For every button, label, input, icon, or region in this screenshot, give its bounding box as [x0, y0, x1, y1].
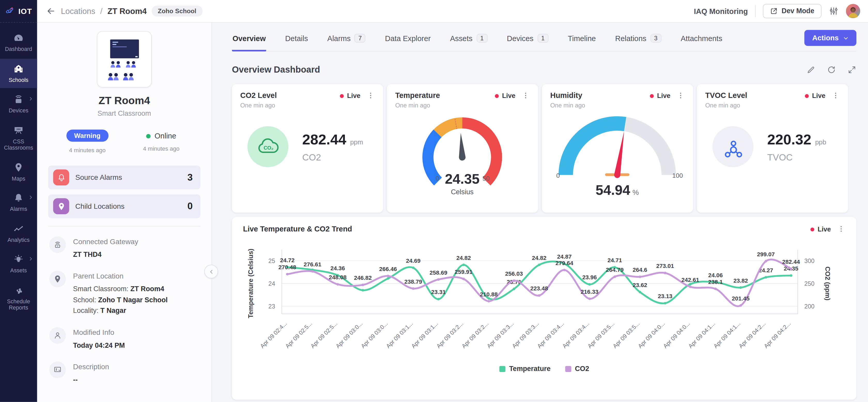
svg-text:23.96: 23.96 — [582, 274, 597, 281]
kebab-menu-icon[interactable] — [832, 91, 840, 100]
svg-text:23.13: 23.13 — [658, 293, 672, 300]
sidebar-item-label: Assets — [10, 268, 27, 274]
brand-logo[interactable]: IOT — [0, 0, 37, 23]
chart-title: Live Temperature & CO2 Trend — [243, 225, 352, 233]
legend-swatch — [565, 366, 571, 372]
legend-item-temperature[interactable]: Temperature — [499, 365, 551, 373]
trend-chart-card: Live Temperature & CO2 Trend Live 252423… — [232, 217, 857, 400]
panel-collapse-button[interactable] — [204, 265, 218, 279]
svg-text:Apr 09 03:5...: Apr 09 03:5... — [612, 320, 641, 349]
stat-label: Child Locations — [75, 202, 124, 210]
svg-text:Apr 09 02:4...: Apr 09 02:4... — [259, 320, 288, 349]
card-title: TVOC Level — [705, 91, 747, 100]
map-pin-icon — [53, 198, 69, 214]
live-dot — [805, 94, 809, 98]
status-badge: Warning — [66, 129, 108, 142]
tabs-bar: OverviewDetailsAlarms7Data ExplorerAsset… — [232, 30, 857, 52]
svg-text:264.6: 264.6 — [633, 267, 647, 273]
fullscreen-dashboard-icon[interactable] — [847, 65, 857, 74]
sidebar-item-maps[interactable]: Maps — [0, 157, 37, 187]
kebab-menu-icon[interactable] — [522, 91, 530, 100]
live-dot — [810, 227, 814, 231]
svg-text:0: 0 — [436, 175, 439, 182]
svg-text:Apr 09 03:0...: Apr 09 03:0... — [335, 320, 364, 349]
edit-dashboard-icon[interactable] — [807, 65, 815, 74]
live-label: Live — [347, 92, 361, 100]
svg-text:258.69: 258.69 — [430, 270, 447, 276]
actions-button[interactable]: Actions — [804, 30, 857, 46]
sidebar-item-schedule-reports[interactable]: Schedule Reports — [0, 280, 37, 316]
sidebar-item-analytics[interactable]: Analytics — [0, 218, 37, 248]
tab-timeline[interactable]: Timeline — [567, 31, 596, 52]
svg-text:Apr 09 04:2...: Apr 09 04:2... — [763, 320, 792, 349]
tab-overview[interactable]: Overview — [232, 31, 266, 52]
svg-text:238.79: 238.79 — [404, 279, 422, 285]
sidebar-item-dashboard[interactable]: Dashboard — [0, 28, 37, 57]
tab-data-explorer[interactable]: Data Explorer — [384, 31, 431, 52]
tab-devices[interactable]: Devices1 — [506, 30, 549, 52]
tab-relations[interactable]: Relations3 — [615, 30, 662, 52]
overview-dashboard-title: Overview Dashboard — [232, 65, 320, 75]
stat-label: Source Alarms — [75, 173, 122, 182]
co2-label: CO2 — [302, 152, 363, 162]
classroom-icon — [13, 125, 24, 135]
card-updated: One min ago — [550, 102, 585, 109]
fan-icon — [13, 285, 24, 296]
info-modified-info: Modified InfoToday 04:24 PM — [49, 327, 199, 351]
svg-text:24.87: 24.87 — [557, 253, 571, 260]
tab-label: Alarms — [327, 34, 350, 42]
card-title: Humidity — [550, 91, 585, 100]
refresh-dashboard-icon[interactable] — [827, 65, 836, 74]
tab-attachments[interactable]: Attachments — [680, 31, 723, 52]
sidebar-item-devices[interactable]: Devices — [0, 89, 37, 119]
online-dot — [146, 134, 151, 138]
sidebar-item-label: CSS Classrooms — [3, 138, 35, 151]
sidebar-item-css-classrooms[interactable]: CSS Classrooms — [0, 120, 37, 156]
settings-sliders-icon[interactable] — [829, 6, 839, 16]
svg-text:Apr 09 03:4...: Apr 09 03:4... — [561, 320, 590, 349]
tab-alarms[interactable]: Alarms7 — [327, 30, 366, 52]
svg-text:Apr 09 04:1...: Apr 09 04:1... — [712, 320, 741, 349]
back-arrow-icon[interactable] — [46, 6, 56, 16]
live-dot — [650, 94, 654, 98]
chevron-right-icon — [28, 195, 33, 200]
legend-swatch — [499, 366, 505, 372]
card-updated: One min ago — [240, 102, 277, 109]
svg-text:CO2 (ppm): CO2 (ppm) — [824, 266, 831, 300]
breadcrumb-locations[interactable]: Locations — [61, 7, 95, 16]
external-link-icon — [770, 7, 778, 15]
stat-row-source-alarms[interactable]: Source Alarms3 — [48, 165, 200, 189]
sidebar-item-assets[interactable]: Assets — [0, 249, 37, 279]
live-dot — [495, 94, 499, 98]
svg-text:24.36: 24.36 — [331, 265, 345, 272]
tvoc-label: TVOC — [767, 152, 826, 162]
kebab-menu-icon[interactable] — [837, 225, 845, 233]
tab-label: Overview — [232, 34, 266, 43]
school-icon — [13, 63, 24, 74]
stat-row-child-locations[interactable]: Child Locations0 — [48, 194, 200, 218]
sidebar-item-alarms[interactable]: Alarms — [0, 188, 37, 217]
sidebar-item-schools[interactable]: Schools — [0, 58, 37, 88]
card-title: CO2 Level — [240, 91, 277, 100]
tvoc-unit: ppb — [815, 138, 826, 146]
svg-text:256.03: 256.03 — [505, 271, 523, 277]
live-label: Live — [657, 92, 671, 100]
tab-details[interactable]: Details — [285, 31, 309, 52]
location-info-list: Connected GatewayZT THD4Parent LocationS… — [37, 234, 212, 385]
person-icon — [49, 327, 66, 343]
kebab-menu-icon[interactable] — [367, 91, 375, 100]
co2-cloud-icon: CO₂ — [247, 126, 288, 167]
user-avatar[interactable] — [846, 4, 860, 18]
tab-assets[interactable]: Assets1 — [450, 30, 488, 52]
iot-logo-icon — [5, 6, 16, 17]
gateway-icon — [49, 237, 66, 253]
dev-mode-button[interactable]: Dev Mode — [763, 4, 822, 18]
svg-text:Apr 09 04:0...: Apr 09 04:0... — [662, 320, 691, 349]
svg-text:282.44: 282.44 — [782, 258, 800, 265]
svg-text:54.94%: 54.94% — [596, 182, 639, 198]
humidity-card: Humidity One min ago Live 010054.94% — [542, 84, 693, 213]
legend-item-co2[interactable]: CO2 — [565, 365, 589, 373]
info-connected-gateway: Connected GatewayZT THD4 — [49, 237, 199, 260]
kebab-menu-icon[interactable] — [677, 91, 685, 100]
live-label: Live — [502, 92, 516, 100]
